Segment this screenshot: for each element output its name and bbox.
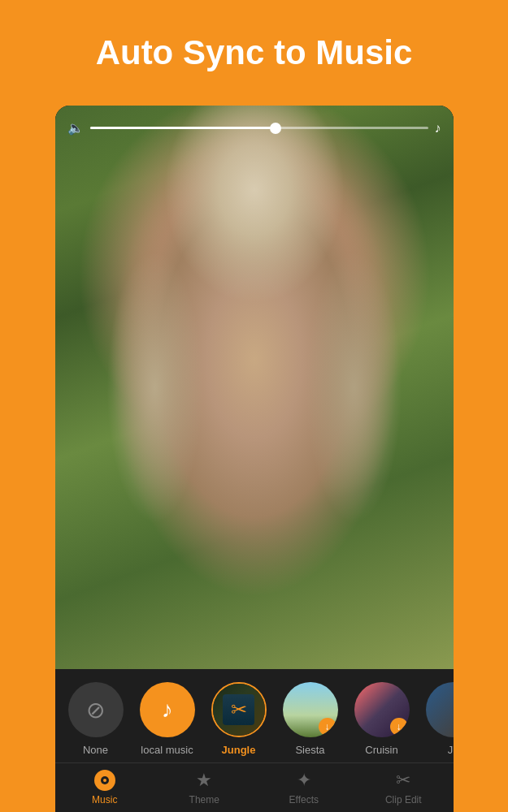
tab-label-effects: Effects <box>289 794 319 806</box>
music-item-jungle[interactable]: ✂ Jungle <box>206 682 271 756</box>
music-label-cruisin: Cruisin <box>365 744 397 756</box>
music-circle-cruisin: ↓ <box>354 682 410 737</box>
scissors-tab-icon: ✂ <box>396 770 410 791</box>
vinyl-icon <box>94 770 115 791</box>
music-circle-none: ⊘ <box>68 682 124 737</box>
music-label-none: None <box>83 744 108 756</box>
music-label-local: local music <box>141 744 193 756</box>
page-title: Auto Sync to Music <box>96 32 413 73</box>
seekbar-container: 🔈 ♪ <box>67 120 441 136</box>
tab-effects[interactable]: ✦ Effects <box>254 763 354 812</box>
bottom-panel: ⊘ None ♪ local music ✂ Jungle <box>55 669 454 762</box>
music-label-siesta: Siesta <box>295 744 324 756</box>
phone-mockup: 🔈 ♪ ⊘ None ♪ local music <box>55 106 454 812</box>
music-note-icon: ♪ <box>435 121 441 136</box>
siesta-download-badge: ↓ <box>319 718 336 736</box>
tab-clip-edit[interactable]: ✂ Clip Edit <box>354 763 454 812</box>
music-label-partial: Ju <box>448 744 454 756</box>
music-circle-jungle: ✂ <box>211 682 267 737</box>
volume-icon: 🔈 <box>67 120 84 136</box>
partial-thumbnail <box>426 682 454 737</box>
music-item-siesta[interactable]: ↓ Siesta <box>278 682 343 756</box>
music-list: ⊘ None ♪ local music ✂ Jungle <box>55 682 454 756</box>
effects-icon: ✦ <box>297 770 311 791</box>
tab-music[interactable]: Music <box>55 763 155 812</box>
music-circle-local: ♪ <box>140 682 195 737</box>
tab-label-theme: Theme <box>189 794 219 806</box>
tab-bar: Music ★ Theme ✦ Effects ✂ Clip Edit <box>55 762 454 812</box>
music-circle-siesta: ↓ <box>283 682 338 737</box>
none-icon: ⊘ <box>86 697 105 723</box>
music-item-local[interactable]: ♪ local music <box>135 682 200 756</box>
music-item-cruisin[interactable]: ↓ Cruisin <box>350 682 415 756</box>
music-local-icon: ♪ <box>162 697 173 723</box>
music-circle-partial <box>426 682 454 737</box>
tab-theme[interactable]: ★ Theme <box>154 763 254 812</box>
music-label-jungle: Jungle <box>222 744 256 756</box>
cruisin-download-badge: ↓ <box>390 718 408 736</box>
seek-knob <box>270 123 281 134</box>
music-item-none[interactable]: ⊘ None <box>63 682 128 756</box>
tab-label-clip-edit: Clip Edit <box>385 794 422 806</box>
header: Auto Sync to Music <box>0 0 508 89</box>
seek-bar[interactable] <box>90 127 428 129</box>
video-area: 🔈 ♪ <box>55 106 454 669</box>
seek-fill <box>90 127 276 129</box>
video-content <box>55 106 454 669</box>
jungle-scissors-icon: ✂ <box>231 698 247 721</box>
tab-label-music: Music <box>92 794 117 806</box>
star-icon: ★ <box>196 770 212 791</box>
music-item-partial[interactable]: Ju <box>421 682 454 756</box>
